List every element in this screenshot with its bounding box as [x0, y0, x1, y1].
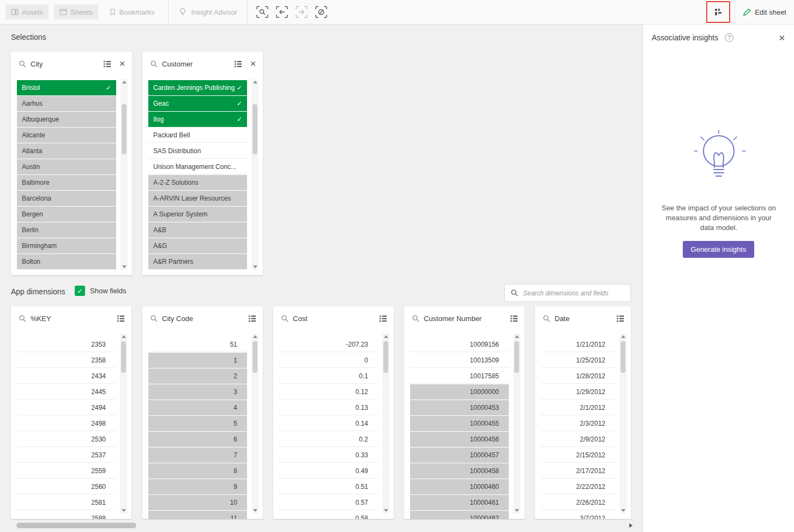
list-item[interactable]: 0.58 [279, 511, 378, 519]
vertical-scrollbar[interactable] [121, 79, 128, 270]
list-item[interactable]: 2 [148, 368, 247, 384]
list-item[interactable]: 8 [148, 463, 247, 479]
scroll-down-arrow-icon[interactable] [122, 509, 126, 512]
main-horizontal-scrollbar[interactable] [11, 522, 633, 529]
close-icon[interactable]: ✕ [250, 60, 256, 68]
list-item[interactable]: 10009156 [410, 337, 509, 352]
list-item[interactable]: Baltimore ✓ [17, 175, 116, 190]
scrollbar-thumb[interactable] [252, 341, 257, 373]
list-item[interactable]: 10013509 [410, 353, 509, 368]
list-item[interactable]: 2494 [17, 400, 116, 415]
dimensions-search-input[interactable] [523, 289, 625, 297]
list-item[interactable]: SAS Distribution ✓ [148, 143, 247, 159]
list-item[interactable]: Atlanta ✓ [17, 143, 116, 159]
step-forward-icon[interactable] [294, 5, 309, 19]
scroll-up-arrow-icon[interactable] [122, 335, 126, 338]
scroll-down-arrow-icon[interactable] [621, 509, 625, 512]
list-item[interactable]: 0.57 [279, 495, 378, 510]
list-item[interactable]: 1/28/2012 [541, 368, 615, 384]
list-item[interactable]: 2559 [17, 463, 116, 479]
list-view-icon[interactable] [117, 315, 125, 323]
list-item[interactable]: Geac ✓ [148, 96, 247, 111]
list-item[interactable]: 4 [148, 400, 247, 415]
list-item[interactable]: Bergen ✓ [17, 207, 116, 222]
list-item[interactable]: A-2-Z Solutions ✓ [148, 175, 247, 190]
list-item[interactable]: Birmingham ✓ [17, 238, 116, 253]
list-item[interactable]: 2/26/2012 [541, 495, 615, 510]
edit-sheet-button[interactable]: Edit sheet [735, 0, 786, 25]
list-view-icon[interactable] [248, 315, 256, 323]
list-item[interactable]: Ilog ✓ [148, 112, 247, 127]
list-item[interactable]: 2/3/2012 [541, 416, 615, 431]
list-item[interactable]: Aarhus ✓ [17, 96, 116, 111]
list-item[interactable]: 2445 [17, 384, 116, 400]
sheets-button[interactable]: Sheets [54, 4, 98, 20]
list-view-icon[interactable] [616, 315, 624, 323]
vertical-scrollbar[interactable] [120, 334, 127, 513]
list-item[interactable]: 9 [148, 479, 247, 494]
scroll-up-arrow-icon[interactable] [384, 335, 388, 338]
list-item[interactable]: 0.12 [279, 384, 378, 400]
list-item[interactable]: 2498 [17, 416, 116, 431]
list-item[interactable]: 2537 [17, 448, 116, 463]
list-item[interactable]: 10000460 [410, 479, 509, 494]
list-item[interactable]: 10000462 [410, 511, 509, 519]
list-item[interactable]: Unison Management Conc... ✓ [148, 159, 247, 174]
scrollbar-thumb[interactable] [252, 104, 257, 154]
list-item[interactable]: 2358 [17, 353, 116, 368]
list-item[interactable]: 2560 [17, 479, 116, 494]
list-item[interactable]: 0.14 [279, 416, 378, 431]
list-item[interactable]: Austin ✓ [17, 159, 116, 174]
vertical-scrollbar[interactable] [382, 334, 389, 513]
associative-insights-toggle-button[interactable] [708, 3, 728, 21]
list-item[interactable]: 2353 [17, 337, 116, 352]
list-item[interactable]: A&B ✓ [148, 222, 247, 238]
scrollbar-thumb[interactable] [121, 341, 126, 373]
scroll-up-arrow-icon[interactable] [122, 81, 127, 83]
list-item[interactable]: Berlin ✓ [17, 222, 116, 238]
help-icon[interactable]: ? [725, 33, 733, 42]
list-view-icon[interactable] [379, 315, 387, 323]
list-item[interactable]: A-ARVIN Laser Resources ✓ [148, 191, 247, 206]
list-item[interactable]: 0.13 [279, 400, 378, 415]
list-item[interactable]: Bolton ✓ [17, 254, 116, 269]
list-item[interactable]: A&R Partners ✓ [148, 254, 247, 269]
list-item[interactable]: 2/17/2012 [541, 463, 615, 479]
list-item[interactable]: 6 [148, 432, 247, 447]
list-item[interactable]: A Superior System ✓ [148, 207, 247, 222]
scroll-up-arrow-icon[interactable] [515, 335, 519, 338]
search-icon[interactable] [543, 315, 551, 323]
generate-insights-button[interactable]: Generate insights [683, 241, 755, 258]
list-item[interactable]: 2530 [17, 432, 116, 447]
list-item[interactable]: 2/22/2012 [541, 479, 615, 494]
list-item[interactable]: Packard Bell ✓ [148, 128, 247, 143]
list-item[interactable]: 7 [148, 448, 247, 463]
scroll-down-arrow-icon[interactable] [384, 509, 388, 512]
list-item[interactable]: Carden Jennings Publishing ✓ [148, 80, 247, 95]
list-item[interactable]: 2/15/2012 [541, 448, 615, 463]
list-item[interactable]: 10000458 [410, 463, 509, 479]
search-icon[interactable] [19, 60, 27, 68]
search-icon[interactable] [150, 315, 158, 323]
step-back-icon[interactable] [275, 5, 289, 19]
scrollbar-thumb[interactable] [514, 341, 519, 373]
list-item[interactable]: 10017585 [410, 368, 509, 384]
list-item[interactable]: 10000456 [410, 432, 509, 447]
scrollbar-thumb[interactable] [383, 341, 388, 373]
search-icon[interactable] [150, 60, 158, 68]
vertical-scrollbar[interactable] [513, 334, 520, 513]
list-item[interactable]: 2581 [17, 495, 116, 510]
scroll-right-arrow-icon[interactable] [629, 523, 633, 528]
list-item[interactable]: 1/25/2012 [541, 353, 615, 368]
scroll-up-arrow-icon[interactable] [253, 335, 257, 338]
search-icon[interactable] [412, 315, 420, 323]
list-item[interactable]: 10000000 [410, 384, 509, 400]
list-item[interactable]: 0 [279, 353, 378, 368]
list-item[interactable]: 0.2 [279, 432, 378, 447]
scroll-down-arrow-icon[interactable] [253, 265, 257, 268]
list-item[interactable]: Bristol ✓ [17, 80, 116, 95]
clear-selections-icon[interactable] [314, 5, 328, 19]
list-view-icon[interactable] [103, 60, 111, 68]
horizontal-scrollbar-thumb[interactable] [16, 523, 136, 528]
list-item[interactable]: 2/9/2012 [541, 432, 615, 447]
